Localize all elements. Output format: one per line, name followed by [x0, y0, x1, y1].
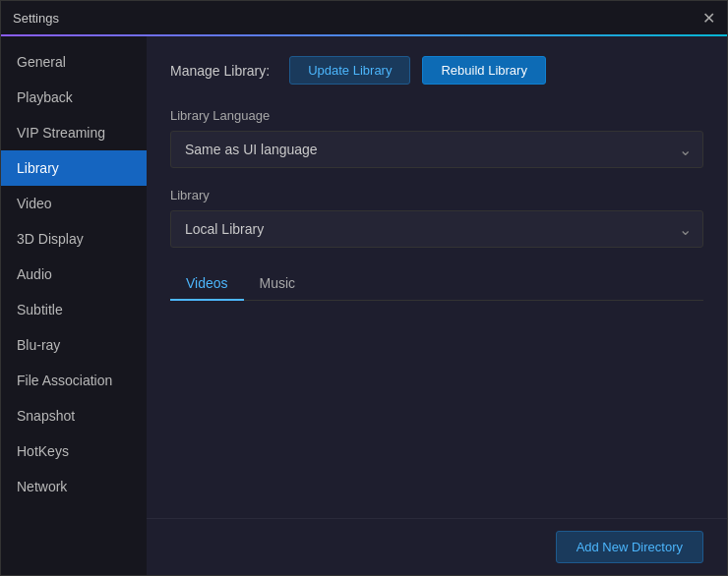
titlebar: Settings ✕ [1, 1, 727, 36]
sidebar-item-subtitle[interactable]: Subtitle [1, 292, 147, 327]
tab-content-area [170, 317, 703, 474]
library-language-dropdown[interactable]: Same as UI language [170, 131, 703, 168]
library-dropdown-wrapper: Local Library ⌄ [170, 210, 703, 248]
tab-music[interactable]: Music [244, 267, 312, 301]
tabs-row: Videos Music [170, 267, 703, 301]
sidebar-item-file-association[interactable]: File Association [1, 363, 147, 398]
sidebar-item-library[interactable]: Library [1, 150, 147, 186]
library-language-label: Library Language [170, 108, 703, 123]
rebuild-library-button[interactable]: Rebuild Library [422, 56, 545, 85]
sidebar-item-audio[interactable]: Audio [1, 257, 147, 292]
window-title: Settings [13, 11, 59, 26]
settings-window: Settings ✕ General Playback VIP Streamin… [0, 0, 728, 576]
sidebar: General Playback VIP Streaming Library V… [1, 36, 147, 575]
manage-library-row: Manage Library: Update Library Rebuild L… [170, 56, 703, 85]
library-dropdown[interactable]: Local Library [170, 210, 703, 248]
content-area: General Playback VIP Streaming Library V… [1, 36, 727, 575]
sidebar-item-blu-ray[interactable]: Blu-ray [1, 327, 147, 363]
manage-library-label: Manage Library: [170, 63, 270, 79]
tab-videos[interactable]: Videos [170, 267, 244, 301]
sidebar-item-3d-display[interactable]: 3D Display [1, 221, 147, 257]
add-new-directory-button[interactable]: Add New Directory [556, 531, 703, 563]
sidebar-item-snapshot[interactable]: Snapshot [1, 398, 147, 433]
sidebar-item-video[interactable]: Video [1, 186, 147, 221]
sidebar-item-vip-streaming[interactable]: VIP Streaming [1, 115, 147, 150]
sidebar-item-network[interactable]: Network [1, 469, 147, 504]
bottom-bar: Add New Directory [147, 518, 727, 575]
library-language-dropdown-wrapper: Same as UI language ⌄ [170, 131, 703, 168]
main-panel: Manage Library: Update Library Rebuild L… [147, 36, 727, 518]
update-library-button[interactable]: Update Library [289, 56, 410, 85]
close-button[interactable]: ✕ [702, 9, 715, 28]
sidebar-item-playback[interactable]: Playback [1, 80, 147, 115]
library-label: Library [170, 188, 703, 202]
sidebar-item-hotkeys[interactable]: HotKeys [1, 433, 147, 469]
sidebar-item-general[interactable]: General [1, 44, 147, 80]
